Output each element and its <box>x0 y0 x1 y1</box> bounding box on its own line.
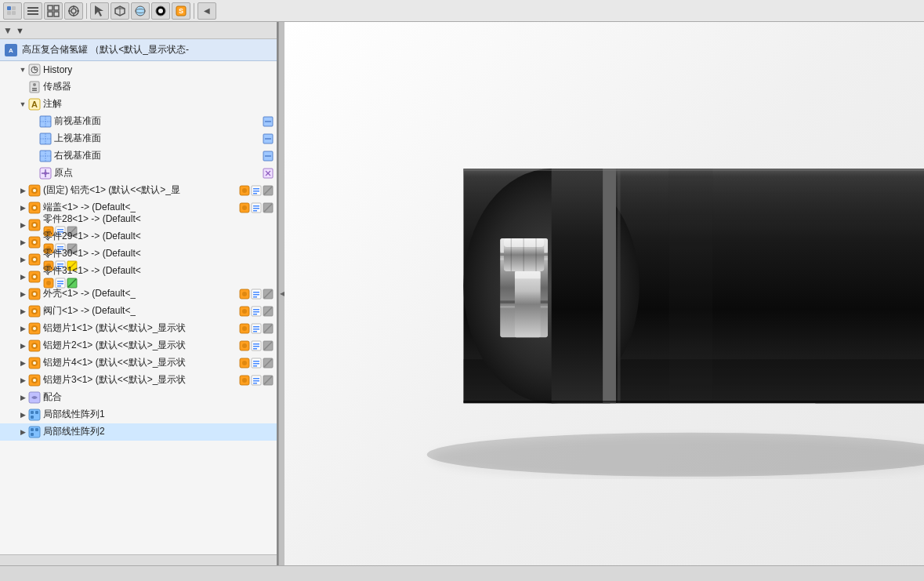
svg-rect-79 <box>253 208 259 209</box>
expand-arrow-front-plane <box>28 116 39 127</box>
svg-rect-225 <box>618 169 621 403</box>
svg-point-24 <box>158 9 163 13</box>
expand-arrow-part31[interactable] <box>17 271 28 282</box>
expand-arrow-cover[interactable] <box>17 202 28 213</box>
tree-item-pattern2[interactable]: 局部线性阵列2 <box>0 423 277 441</box>
assembly-header-icon: A <box>5 44 17 56</box>
svg-rect-194 <box>29 409 40 420</box>
svg-rect-178 <box>253 363 259 365</box>
cover-suffix-diag <box>263 202 274 213</box>
svg-rect-134 <box>253 294 259 296</box>
tree-item-alum3[interactable]: 铝翅片3<1> (默认<<默认>_显示状 <box>0 372 277 389</box>
3d-viewport[interactable] <box>284 22 924 565</box>
fixed-suffix-diag <box>263 185 274 196</box>
filter-bar[interactable]: ▼ ▼ <box>0 22 277 39</box>
expand-arrow-alum3[interactable] <box>17 375 28 386</box>
horizontal-scrollbar[interactable] <box>0 554 277 565</box>
shell-suffix-diag <box>263 289 274 300</box>
expand-arrow-part29[interactable] <box>17 237 28 248</box>
alum1-suffix-white <box>251 323 262 334</box>
tree-item-origin[interactable]: 原点 <box>0 165 277 182</box>
history-icon <box>28 64 41 76</box>
expand-arrow-annotation[interactable] <box>17 99 28 110</box>
expand-arrow-shell[interactable] <box>17 289 28 300</box>
toolbar-btn-color[interactable] <box>151 2 170 20</box>
expand-arrow-alum1[interactable] <box>17 323 28 334</box>
tree-item-pattern1[interactable]: 局部线性阵列1 <box>0 406 277 423</box>
toolbar-btn-sphere[interactable] <box>131 2 150 20</box>
alum3-suffix-gear <box>239 375 250 386</box>
svg-rect-36 <box>32 89 37 91</box>
svg-rect-68 <box>253 191 259 192</box>
svg-rect-156 <box>253 329 259 330</box>
expand-arrow-right-plane <box>28 151 39 162</box>
part30-gear-icon <box>28 253 41 266</box>
toolbar-btn-cube[interactable] <box>111 2 129 20</box>
expand-arrow-sensor <box>17 82 28 93</box>
expand-arrow-pattern1[interactable] <box>17 409 28 420</box>
toolbar-btn-grid[interactable] <box>44 2 63 20</box>
tree-item-part31[interactable]: 零件31<1> -> (Default< <box>0 268 277 285</box>
svg-point-131 <box>242 292 247 296</box>
top-plane-label: 上视基准面 <box>54 132 101 145</box>
alum1-suffixes <box>239 323 277 334</box>
expand-arrow-part28[interactable] <box>17 220 28 231</box>
expand-arrow-mate[interactable] <box>17 392 28 403</box>
toolbar-btn-cursor[interactable] <box>90 2 109 20</box>
alum2-suffix-diag <box>263 340 274 351</box>
expand-arrow-part30[interactable] <box>17 254 28 265</box>
toolbar-btn-extra[interactable]: S <box>172 2 190 20</box>
svg-rect-196 <box>35 411 38 414</box>
top-plane-icon <box>39 133 52 145</box>
expand-arrow-pattern2[interactable] <box>17 427 28 438</box>
fixed-gear-icon <box>28 184 41 197</box>
tree-item-right-plane[interactable]: 右视基准面 <box>0 147 277 165</box>
tree-item-history[interactable]: History <box>0 61 277 78</box>
toolbar-btn-menu[interactable] <box>3 2 22 20</box>
shell-suffix-gear <box>239 289 250 300</box>
filter-icon: ▼ <box>3 25 13 36</box>
toolbar-btn-list[interactable] <box>24 2 42 20</box>
tree-item-mate[interactable]: 配合 <box>0 389 277 406</box>
svg-text:S: S <box>179 7 183 15</box>
tree-area[interactable]: History 传感器 <box>0 61 277 554</box>
tree-item-fixed[interactable]: (固定) 铝壳<1> (默认<<默认>_显 <box>0 182 277 199</box>
svg-point-21 <box>136 6 145 16</box>
expand-arrow-fixed[interactable] <box>17 185 28 196</box>
expand-arrow-history[interactable] <box>17 64 28 75</box>
pattern2-icon <box>28 426 41 438</box>
toolbar: S ◀ <box>0 0 924 22</box>
expand-arrow-top-plane <box>28 133 39 144</box>
svg-rect-35 <box>32 88 37 89</box>
tree-item-alum1[interactable]: 铝翅片1<1> (默认<<默认>_显示状 <box>0 320 277 337</box>
expand-arrow-valve[interactable] <box>17 306 28 317</box>
svg-point-186 <box>242 378 247 383</box>
valve-suffix-white <box>251 306 262 317</box>
svg-rect-200 <box>35 428 38 431</box>
mate-icon <box>28 391 41 404</box>
valve-suffixes <box>239 306 277 317</box>
pattern1-icon <box>28 409 41 421</box>
svg-rect-69 <box>253 193 257 194</box>
tree-item-annotation[interactable]: A 注解 <box>0 96 277 113</box>
status-bar <box>0 565 924 581</box>
tree-header[interactable]: A 高压复合储氢罐 （默认<默认_显示状态- <box>0 39 277 61</box>
tree-item-alum4[interactable]: 铝翅片4<1> (默认<<默认>_显示状 <box>0 354 277 372</box>
svg-rect-1 <box>12 6 16 10</box>
tree-item-valve[interactable]: 阀门<1> -> (Default<_ <box>0 303 277 320</box>
panel-collapse-handle[interactable] <box>278 22 284 565</box>
tree-item-sensor[interactable]: 传感器 <box>0 78 277 96</box>
alum2-label: 铝翅片2<1> (默认<<默认>_显示状 <box>43 339 186 352</box>
tree-item-alum2[interactable]: 铝翅片2<1> (默认<<默认>_显示状 <box>0 337 277 354</box>
tree-item-top-plane[interactable]: 上视基准面 <box>0 130 277 147</box>
main-area: ▼ ▼ A 高压复合储氢罐 （默认<默认_显示状态- <box>0 22 924 565</box>
expand-arrow-alum4[interactable] <box>17 358 28 369</box>
expand-arrow-alum2[interactable] <box>17 340 28 351</box>
svg-rect-122 <box>57 281 63 282</box>
toolbar-btn-chevron-left[interactable]: ◀ <box>197 2 216 20</box>
alum4-suffixes <box>239 358 277 369</box>
svg-point-57 <box>44 172 47 175</box>
svg-rect-8 <box>54 5 59 10</box>
toolbar-btn-target[interactable] <box>64 2 83 20</box>
tree-item-front-plane[interactable]: 前视基准面 <box>0 113 277 130</box>
